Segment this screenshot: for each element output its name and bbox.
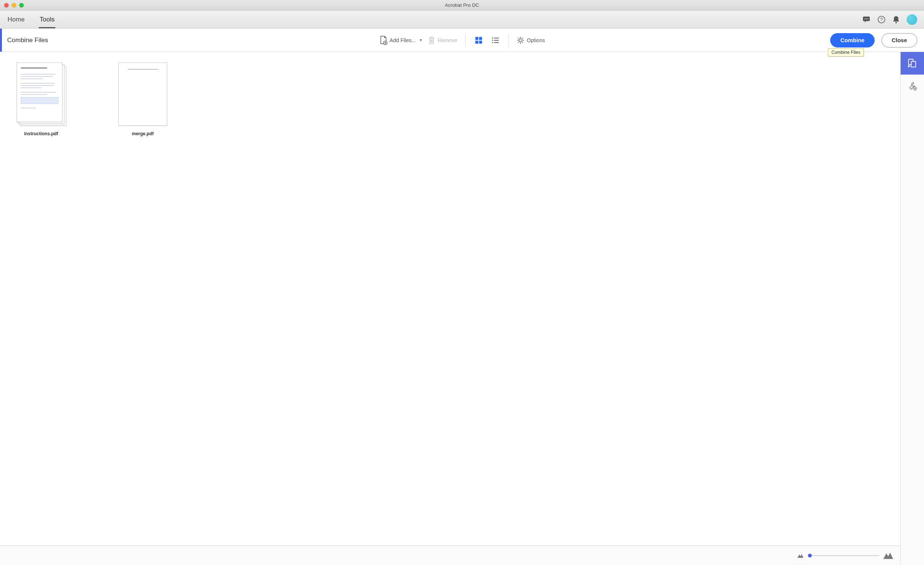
main-tabrow: Home Tools ? — [0, 11, 924, 29]
notifications-bell-icon[interactable] — [892, 15, 900, 24]
user-avatar[interactable] — [907, 14, 917, 25]
mountain-large-icon — [883, 552, 893, 559]
tool-toolbar: Combine Files Add Files... ▼ Remove — [0, 29, 924, 52]
trash-icon — [428, 36, 435, 44]
combine-button[interactable]: Combine — [830, 33, 875, 47]
window-titlebar: Acrobat Pro DC — [0, 0, 924, 11]
svg-point-14 — [492, 40, 493, 41]
rail-more-tools-button[interactable] — [901, 75, 924, 97]
zoom-slider[interactable] — [808, 555, 879, 556]
view-list-button[interactable] — [489, 35, 501, 46]
rail-combine-files-button[interactable] — [901, 52, 924, 75]
list-icon — [490, 36, 499, 45]
svg-point-2 — [866, 18, 867, 19]
main-area: instructions.pdf merge.pdf — [0, 52, 924, 565]
remove-button: Remove — [428, 36, 457, 44]
svg-point-3 — [867, 18, 868, 19]
grid-icon — [474, 36, 483, 45]
add-file-icon — [379, 35, 387, 45]
wrench-plus-icon — [907, 81, 917, 91]
file-thumbnail[interactable]: merge.pdf — [115, 63, 171, 136]
share-comment-icon[interactable] — [862, 16, 871, 23]
add-files-button[interactable]: Add Files... ▼ — [379, 35, 423, 45]
svg-text:?: ? — [880, 17, 883, 22]
close-button[interactable]: Close — [881, 33, 917, 47]
toolbar-separator — [465, 34, 465, 47]
file-label: instructions.pdf — [24, 131, 58, 136]
svg-rect-13 — [494, 38, 498, 38]
remove-label: Remove — [438, 37, 457, 43]
view-grid-button[interactable] — [473, 35, 484, 46]
combine-files-icon — [907, 58, 918, 69]
svg-rect-11 — [479, 41, 482, 44]
svg-rect-20 — [911, 61, 916, 67]
mountain-small-icon — [797, 553, 804, 558]
file-canvas[interactable]: instructions.pdf merge.pdf — [0, 52, 900, 545]
tool-title: Combine Files — [7, 37, 48, 44]
chevron-down-icon: ▼ — [419, 38, 423, 42]
file-label: merge.pdf — [132, 131, 154, 136]
svg-rect-8 — [475, 37, 478, 40]
traffic-lights — [4, 3, 24, 8]
options-label: Options — [527, 37, 545, 43]
add-files-label: Add Files... — [389, 37, 416, 43]
window-minimize-button[interactable] — [12, 3, 16, 8]
window-zoom-button[interactable] — [19, 3, 24, 8]
status-bar — [0, 545, 900, 565]
svg-point-1 — [864, 18, 865, 19]
gear-icon — [516, 36, 524, 44]
zoom-slider-knob[interactable] — [808, 554, 812, 557]
window-close-button[interactable] — [4, 3, 9, 8]
svg-point-12 — [492, 37, 493, 38]
tab-home[interactable]: Home — [7, 11, 25, 28]
file-thumbnail[interactable]: instructions.pdf — [13, 63, 69, 136]
page-stack-preview — [17, 63, 66, 126]
svg-rect-15 — [494, 40, 498, 41]
tab-tools[interactable]: Tools — [39, 11, 55, 28]
window-title: Acrobat Pro DC — [0, 2, 924, 8]
right-tool-rail — [901, 52, 924, 565]
page-preview — [118, 63, 167, 126]
svg-rect-9 — [479, 37, 482, 40]
svg-rect-10 — [475, 41, 478, 44]
toolbar-separator — [508, 34, 509, 47]
active-tool-indicator — [0, 29, 2, 52]
svg-point-16 — [492, 42, 493, 43]
svg-rect-17 — [494, 42, 498, 43]
svg-point-18 — [519, 39, 522, 42]
options-button[interactable]: Options — [516, 36, 545, 44]
svg-point-6 — [895, 22, 897, 23]
help-icon[interactable]: ? — [877, 15, 886, 24]
